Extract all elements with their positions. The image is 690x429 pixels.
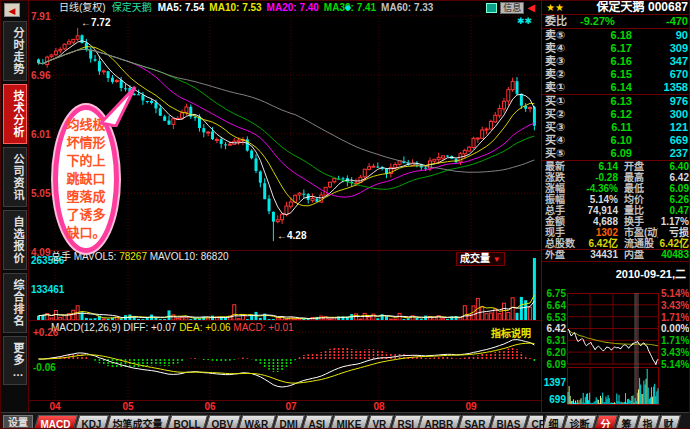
indicator-tab-obv[interactable]: OBV [205, 415, 241, 429]
detail-value: 6.42亿 [658, 238, 690, 249]
indicator-tabs: 设置MACDKDJ均笔成交量BOLLOBVW&RDMIASIMIKEVRRSIA… [1, 415, 543, 429]
ask-row-price: 6.15 [574, 68, 632, 81]
corner-tab-5[interactable]: 财 [657, 415, 681, 429]
detail-label: 外盘 [542, 249, 578, 260]
bid-row-volume: 300 [632, 108, 690, 121]
bid-row-volume: 669 [632, 134, 690, 147]
detail-label: 总股数 [542, 238, 578, 249]
sidebar-item-4[interactable]: 综合排名 [3, 273, 27, 333]
period-label[interactable]: 日线(复权) [59, 2, 106, 13]
detail-label: 流通股 [618, 238, 658, 249]
bid-row-volume: 121 [632, 121, 690, 134]
macd-header: MACD(12,26,9) DIFF: +0.07 DEA: +0.06 MAC… [51, 322, 294, 333]
volume-dropdown-label: 成交量 [460, 253, 490, 264]
detail-value: 6.09 [658, 183, 690, 194]
detail-row: 涨幅-4.36%最低6.09 [542, 183, 690, 194]
dea-label: DEA: [179, 322, 202, 333]
mini-pct-label: 1.71% [661, 335, 690, 346]
ask-row[interactable]: 卖①6.141358 [542, 81, 690, 94]
info-button[interactable]: 信息 [500, 2, 524, 14]
detail-row: 金额4,688换手1.17% [542, 216, 690, 227]
ask-row[interactable]: 卖⑤6.1890 [542, 29, 690, 42]
main-chart-region: 日线(复权)保定天鹅MA5: 7.54MA10: 7.53MA20: 7.40M… [29, 1, 541, 429]
settings-button[interactable]: 设置 [3, 415, 33, 429]
sidebar-item-2[interactable]: 公司资讯 [3, 147, 27, 207]
dea-value: +0.06 [205, 322, 230, 333]
tool-icon[interactable] [486, 3, 497, 13]
mini-pct-label: 3.43% [661, 300, 690, 311]
detail-row: 外盘34431内盘40483 [542, 249, 690, 260]
detail-label: 最高 [618, 172, 658, 183]
ma-value: MA10: 7.53 [209, 2, 261, 13]
ask-row-label: 卖④ [542, 42, 574, 55]
bid-row-label: 买⑤ [542, 147, 574, 160]
indicator-tab-macd[interactable]: MACD [34, 415, 78, 429]
indicator-tab-w&r[interactable]: W&R [238, 415, 276, 429]
ask-row[interactable]: 卖③6.16347 [542, 55, 690, 68]
indicator-tab-dmi[interactable]: DMI [273, 415, 306, 429]
indicator-help-link[interactable]: 指标说明 [491, 325, 531, 340]
detail-value: 1302 [578, 227, 618, 238]
ask-queue: 卖⑤6.1890卖④6.17309卖③6.16347卖②6.15670卖①6.1… [542, 29, 690, 94]
detail-value: -0.28 [578, 172, 618, 183]
macd-chart [29, 321, 541, 401]
price-axis-label: 6.01 [31, 129, 50, 140]
sidebar-item-1[interactable]: 技术分析 [3, 84, 27, 144]
bid-row[interactable]: 买①6.13976 [542, 95, 690, 108]
indicator-tab-sar[interactable]: SAR [458, 415, 493, 429]
corner-tab-1[interactable]: 诊断 [563, 415, 597, 429]
sidebar-item-5[interactable]: 更多… [3, 336, 27, 385]
indicator-tab-vr[interactable]: VR [366, 415, 394, 429]
month-label: 08 [368, 401, 390, 412]
weibi-row: 委比 -9.27% -470 [542, 15, 690, 28]
quote-details: 最新6.14开盘6.40涨跌-0.28最高6.42涨幅-4.36%最低6.09振… [542, 161, 690, 260]
mini-pct-label: 5.14% [661, 288, 690, 299]
ask-row-volume: 1358 [632, 81, 690, 94]
detail-label: 换手 [618, 216, 658, 227]
corner-tab-label: 筹 [621, 418, 631, 429]
detail-row: 总手74,914量比0.47 [542, 205, 690, 216]
volume-label: 总手 [51, 251, 71, 262]
sidebar-item-3[interactable]: 自选报价 [3, 210, 27, 270]
mini-chart-canvas [567, 293, 659, 405]
indicator-tab-label: DMI [279, 418, 297, 429]
indicator-tab-mike[interactable]: MIKE [330, 415, 369, 429]
back-arrow-icon[interactable]: ◀ [4, 3, 20, 17]
quote-date: 2010-09-21,二 [542, 265, 690, 281]
month-label: 09 [460, 401, 482, 412]
volume-indicator-dropdown[interactable]: 成交量 ▼ [456, 252, 505, 266]
indicator-tab-label: KDJ [81, 418, 101, 429]
mini-vol-label: 1397 [542, 377, 566, 388]
bid-row[interactable]: 买②6.12300 [542, 108, 690, 121]
month-axis: 04 05 06 07 08 09 [29, 401, 541, 412]
bid-row-label: 买④ [542, 134, 574, 147]
detail-row: 总股数6.42亿流通股6.42亿 [542, 238, 690, 249]
bid-row[interactable]: 买③6.11121 [542, 121, 690, 134]
month-label: 05 [117, 401, 139, 412]
mini-price-label: 6.31 [542, 335, 566, 346]
bid-row-volume: 237 [632, 147, 690, 160]
detail-value: 6.14 [578, 161, 618, 172]
ask-row[interactable]: 卖②6.15670 [542, 68, 690, 81]
indicator-tab-arbr[interactable]: ARBR [418, 415, 461, 429]
ask-row-volume: 90 [632, 29, 690, 42]
indicator-tab-cr[interactable]: CR [525, 415, 543, 429]
indicator-tab-kdj[interactable]: KDJ [75, 415, 109, 429]
bid-row[interactable]: 买④6.10669 [542, 134, 690, 147]
indicator-tab-label: OBV [212, 418, 234, 429]
indicator-tab-asi[interactable]: ASI [302, 415, 333, 429]
bid-row[interactable]: 买⑤6.09237 [542, 147, 690, 160]
indicator-tab-均笔成交量[interactable]: 均笔成交量 [106, 415, 170, 429]
detail-label: 现手 [542, 227, 578, 238]
mavol10-value: 86820 [201, 251, 229, 262]
ask-row[interactable]: 卖④6.17309 [542, 42, 690, 55]
detail-label: 内盘 [618, 249, 658, 260]
indicator-tab-rsi[interactable]: RSI [391, 415, 422, 429]
indicator-tab-boll[interactable]: BOLL [167, 415, 209, 429]
ma-value: MA60: 7.33 [381, 2, 433, 13]
detail-value: 亏损 [658, 227, 690, 238]
indicator-tab-bias[interactable]: BIAS [490, 415, 528, 429]
sidebar-item-0[interactable]: 分时走势 [3, 21, 27, 81]
collapse-arrow-icon[interactable]: ◀ [527, 3, 535, 13]
indicator-tab-label: 均笔成交量 [112, 418, 162, 429]
